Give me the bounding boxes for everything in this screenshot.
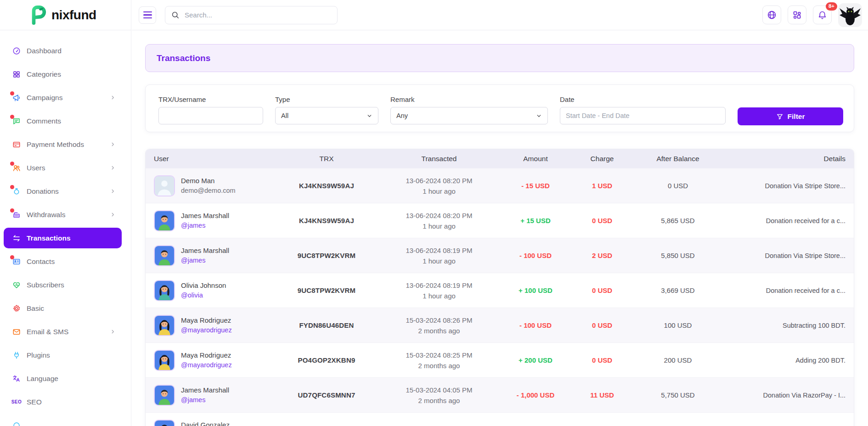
sidebar-item-label: Dashboard: [27, 47, 62, 55]
sidebar-item-label: Withdrawals: [27, 211, 65, 219]
trx-code: PO4GOP2XKBN9: [281, 356, 372, 364]
transactions-icon: [12, 234, 21, 242]
user-username-link[interactable]: @james: [181, 222, 229, 230]
sidebar-item-subscribers[interactable]: Subscribers: [4, 275, 122, 295]
sidebar-item-label: Language: [27, 375, 58, 383]
sidebar-item-label: Campaigns: [27, 94, 62, 102]
sidebar-item-payment-methods[interactable]: Payment Methods: [4, 134, 122, 155]
remark-field: Remark Any: [390, 95, 548, 132]
user-username-link[interactable]: @james: [181, 396, 229, 404]
user-username-link[interactable]: @mayarodriguez: [181, 326, 232, 334]
sidebar-toggle-button[interactable]: [139, 6, 156, 24]
sidebar-item-basic[interactable]: Basic: [4, 298, 122, 319]
table-body: Demo Mandemo@demo.comKJ4KNS9W59AJ13-06-2…: [146, 168, 854, 426]
charge: 11 USD: [565, 391, 639, 399]
sidebar-item-campaigns[interactable]: Campaigns: [4, 87, 122, 108]
sidebar-item-categories[interactable]: Categories: [4, 64, 122, 84]
seo-icon: SEO: [12, 398, 21, 406]
table-header: UserTRXTransactedAmountChargeAfter Balan…: [146, 149, 854, 168]
amount: - 15 USD: [506, 182, 565, 190]
date-range-input[interactable]: [560, 107, 726, 124]
categories-icon: [12, 70, 21, 78]
remark-select[interactable]: Any: [390, 107, 548, 124]
notifications-button[interactable]: 8+: [813, 6, 832, 24]
transacted-cell: 15-03-2024 08:25 PM2 months ago: [372, 351, 506, 370]
transacted-cell: 15-03-2024 08:26 PM2 months ago: [372, 316, 506, 335]
brand-name: nixfund: [51, 8, 96, 22]
after-balance: 5,750 USD: [639, 391, 717, 399]
filter-card: TRX/Username Type All Remark Any Date Fi…: [145, 84, 854, 132]
language-icon: [12, 375, 21, 383]
amount: - 100 USD: [506, 252, 565, 259]
sidebar-item-comments[interactable]: Comments: [4, 111, 122, 131]
sidebar-item-users[interactable]: Users: [4, 157, 122, 178]
user-name: James Marshall: [181, 386, 229, 394]
details: Subtracting 100 BDT.: [717, 322, 854, 329]
user-name: David Gonzalez: [181, 421, 230, 426]
notification-dot: [10, 185, 14, 189]
sidebar-item-contacts[interactable]: Contacts: [4, 251, 122, 272]
search-box: [165, 6, 338, 24]
user-username-link[interactable]: @olivia: [181, 291, 226, 299]
type-select[interactable]: All: [275, 107, 378, 124]
sidebar-item-language[interactable]: Language: [4, 368, 122, 389]
user-username-link[interactable]: @james: [181, 257, 229, 264]
transacted-date: 13-06-2024 08:20 PM: [372, 212, 506, 219]
apps-grid-icon: [792, 10, 802, 20]
transacted-ago: 1 hour ago: [372, 187, 506, 195]
notification-dot: [10, 162, 14, 166]
trx-code: FYDN86U46DEN: [281, 321, 372, 329]
details: Donation Via Stripe Store...: [717, 252, 854, 259]
page-title-card: Transactions: [145, 44, 854, 72]
language-globe-button[interactable]: [762, 6, 781, 24]
user-avatar: [154, 420, 175, 426]
sidebar-item-plugins[interactable]: Plugins: [4, 345, 122, 365]
transacted-cell: 15-03-2024 04:05 PM2 months ago: [372, 386, 506, 404]
trx-username-label: TRX/Username: [158, 95, 263, 103]
after-balance: 200 USD: [639, 356, 717, 364]
trx-code: 9UC8TPW2KVRM: [281, 252, 372, 259]
sidebar-item-dashboard[interactable]: Dashboard: [4, 40, 122, 61]
type-field: Type All: [275, 95, 378, 132]
sidebar-item-transactions[interactable]: Transactions: [4, 228, 122, 248]
chevron-down-icon: [536, 113, 542, 119]
transacted-date: 13-06-2024 08:19 PM: [372, 247, 506, 254]
user-avatar: [154, 175, 175, 196]
column-header-details: Details: [717, 155, 854, 163]
chevron-right-icon: [110, 165, 115, 170]
user-avatar: [154, 245, 175, 266]
user-avatar: [154, 280, 175, 301]
notification-dot: [10, 115, 14, 119]
chevron-right-icon: [110, 95, 115, 100]
type-label: Type: [275, 95, 378, 103]
sidebar-item-partial[interactable]: [4, 415, 122, 426]
transacted-cell: 13-06-2024 08:20 PM1 hour ago: [372, 177, 506, 195]
column-header-transacted: Transacted: [372, 155, 506, 163]
amount: + 100 USD: [506, 286, 565, 294]
user-avatar[interactable]: [838, 3, 862, 27]
envelope-icon: [12, 328, 21, 336]
trx-username-input[interactable]: [158, 107, 263, 124]
globe-icon: [767, 10, 777, 20]
sidebar-item-email-sms[interactable]: Email & SMS: [4, 321, 122, 342]
trx-code: UD7QFC6SMNN7: [281, 391, 372, 399]
notification-dot: [10, 255, 14, 259]
transacted-cell: 13-06-2024 08:20 PM1 hour ago: [372, 212, 506, 230]
sidebar-item-seo[interactable]: SEOSEO: [4, 392, 122, 412]
user-name: Demo Man: [181, 177, 236, 185]
transacted-ago: 2 months ago: [372, 327, 506, 335]
user-cell: David Gonzalez: [146, 420, 281, 426]
notification-dot: [10, 208, 14, 213]
user-username-link[interactable]: @mayarodriguez: [181, 361, 232, 369]
search-input[interactable]: [184, 11, 332, 19]
brand-logo[interactable]: nixfund: [0, 0, 131, 30]
sidebar-item-donations[interactable]: Donations: [4, 181, 122, 202]
sidebar: nixfund DashboardCategoriesCampaignsComm…: [0, 0, 131, 426]
apps-menu-button[interactable]: [788, 6, 806, 24]
transacted-date: 15-03-2024 08:26 PM: [372, 316, 506, 324]
user-email: demo@demo.com: [181, 187, 236, 195]
column-header-trx: TRX: [281, 155, 372, 163]
sidebar-item-withdrawals[interactable]: Withdrawals: [4, 204, 122, 225]
filter-button[interactable]: Filter: [738, 107, 843, 125]
topbar-actions: 8+: [762, 3, 868, 27]
